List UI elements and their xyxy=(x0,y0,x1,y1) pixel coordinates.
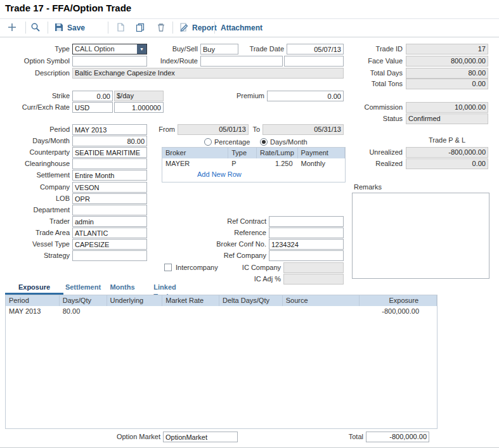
plus-icon xyxy=(7,22,17,34)
save-button[interactable]: Save xyxy=(54,22,85,34)
tab-months[interactable]: Months xyxy=(108,283,137,293)
exposure-table-row[interactable]: MAY 2013 80.00 -800,000.00 xyxy=(6,306,437,317)
option-market-label: Option Market xyxy=(95,432,160,442)
days-month-radio[interactable] xyxy=(260,138,268,146)
settlement-input[interactable] xyxy=(72,170,147,181)
exposure-column-header[interactable]: Exposure xyxy=(360,295,437,306)
option-symbol-input[interactable] xyxy=(72,56,147,67)
copy-icon xyxy=(135,22,145,34)
broker-conf-no-label: Broker Conf No. xyxy=(209,239,266,250)
broker-column-header[interactable]: Broker xyxy=(162,148,228,158)
days-qty-cell: 80.00 xyxy=(60,306,107,317)
type-dropdown[interactable]: CALL Option ▼ xyxy=(72,44,147,54)
realized-label: Realized xyxy=(351,158,403,169)
to-label: To xyxy=(250,124,260,135)
save-icon xyxy=(54,22,64,34)
toolbar-separator xyxy=(172,22,173,34)
exch-rate-input[interactable] xyxy=(114,102,164,113)
period-label: Period xyxy=(5,124,70,135)
add-new-row-link[interactable]: Add New Row xyxy=(197,169,242,180)
underlying-column-header[interactable]: Underlying xyxy=(107,295,163,306)
exposure-table-header: Period Days/Qty Underlying Market Rate D… xyxy=(6,295,437,306)
lob-input[interactable] xyxy=(72,193,147,204)
payment-column-header[interactable]: Payment xyxy=(298,148,345,158)
delete-button[interactable] xyxy=(156,22,166,34)
broker-grid-footer: Add New Row xyxy=(162,169,345,180)
intercompany-checkbox-label: Intercompany xyxy=(176,263,218,272)
days-qty-column-header[interactable]: Days/Qty xyxy=(60,295,107,306)
toolbar: Save Report Attachment xyxy=(0,18,499,37)
period-input[interactable] xyxy=(72,124,147,135)
broker-row[interactable]: MAYER P 1.250 Monthly xyxy=(162,158,345,169)
clearinghouse-input[interactable] xyxy=(72,158,147,169)
description-label: Description xyxy=(5,68,70,79)
company-input[interactable] xyxy=(72,182,147,193)
premium-input[interactable] xyxy=(267,91,344,101)
description-field: Baltic Exchange Capesize Index xyxy=(72,68,344,79)
strike-input[interactable] xyxy=(72,91,113,101)
market-rate-cell xyxy=(162,306,219,317)
tab-linked-trades[interactable]: Linked Trades xyxy=(142,283,188,293)
report-button[interactable]: Report xyxy=(179,22,217,34)
source-cell xyxy=(283,306,360,317)
trade-area-input[interactable] xyxy=(72,227,147,238)
type-column-header[interactable]: Type xyxy=(228,148,257,158)
tab-settlement[interactable]: Settlement xyxy=(63,283,103,293)
delta-days-qty-column-header[interactable]: Delta Days/Qty xyxy=(219,295,283,306)
search-button[interactable] xyxy=(30,22,41,34)
days-month-input[interactable] xyxy=(72,136,147,146)
days-month-radio-label: Days/Month xyxy=(270,138,308,146)
index-route-input-1[interactable] xyxy=(200,56,283,67)
tab-exposure[interactable]: Exposure xyxy=(5,283,63,295)
broker-payment-cell: Monthly xyxy=(298,158,345,169)
total-days-field: 80.00 xyxy=(406,68,488,79)
total-field: -800,000.00 xyxy=(366,432,429,442)
clearinghouse-label: Clearinghouse xyxy=(5,158,70,169)
new-document-button[interactable] xyxy=(115,22,126,34)
trader-input[interactable] xyxy=(72,216,147,227)
ic-adj-pct-label: IC Adj % xyxy=(224,274,281,285)
trade-date-input[interactable] xyxy=(287,44,344,54)
ref-company-input[interactable] xyxy=(269,250,344,261)
attachment-button[interactable]: Attachment xyxy=(221,22,262,34)
page-title: Trade 17 - FFA/Option Trade xyxy=(5,3,131,13)
toolbar-separator xyxy=(25,22,26,34)
vessel-type-input[interactable] xyxy=(72,239,147,250)
search-icon xyxy=(30,22,41,34)
buy-sell-input[interactable] xyxy=(200,44,238,54)
rate-lump-column-header[interactable]: Rate/Lump xyxy=(257,148,298,158)
copy-button[interactable] xyxy=(135,22,145,34)
total-label: Total xyxy=(330,432,363,442)
exposure-cell: -800,000.00 xyxy=(360,306,437,317)
buy-sell-label: Buy/Sell xyxy=(160,44,198,54)
index-route-input-2[interactable] xyxy=(284,56,344,67)
new-button[interactable] xyxy=(7,22,17,34)
to-date-field: 05/31/13 xyxy=(262,124,344,135)
exposure-table: Period Days/Qty Underlying Market Rate D… xyxy=(5,295,437,429)
option-market-input[interactable] xyxy=(163,432,238,442)
ic-company-label: IC Company xyxy=(224,262,281,273)
strategy-input[interactable] xyxy=(72,250,147,261)
trade-pnl-title: Trade P & L xyxy=(406,135,488,146)
percentage-radio[interactable] xyxy=(204,138,212,146)
chevron-down-icon[interactable]: ▼ xyxy=(137,44,146,54)
unrealized-field: -800,000.00 xyxy=(406,147,488,158)
intercompany-checkbox[interactable] xyxy=(164,264,172,271)
company-label: Company xyxy=(5,182,70,193)
trade-id-field: 17 xyxy=(406,44,488,54)
ref-contract-input[interactable] xyxy=(269,216,344,227)
reference-input[interactable] xyxy=(269,227,344,238)
broker-conf-no-input[interactable] xyxy=(269,239,344,250)
source-column-header[interactable]: Source xyxy=(283,295,360,306)
status-field: Confirmed xyxy=(406,113,488,124)
market-rate-column-header[interactable]: Market Rate xyxy=(162,295,219,306)
period-column-header[interactable]: Period xyxy=(6,295,60,306)
period-cell: MAY 2013 xyxy=(6,306,60,317)
counterparty-input[interactable] xyxy=(72,147,147,158)
currency-input[interactable] xyxy=(72,102,113,113)
remarks-textarea[interactable] xyxy=(352,193,489,279)
department-input[interactable] xyxy=(72,205,147,215)
underlying-cell xyxy=(107,306,163,317)
from-date-field: 05/01/13 xyxy=(178,124,249,135)
days-month-label: Days/Month xyxy=(5,136,70,146)
